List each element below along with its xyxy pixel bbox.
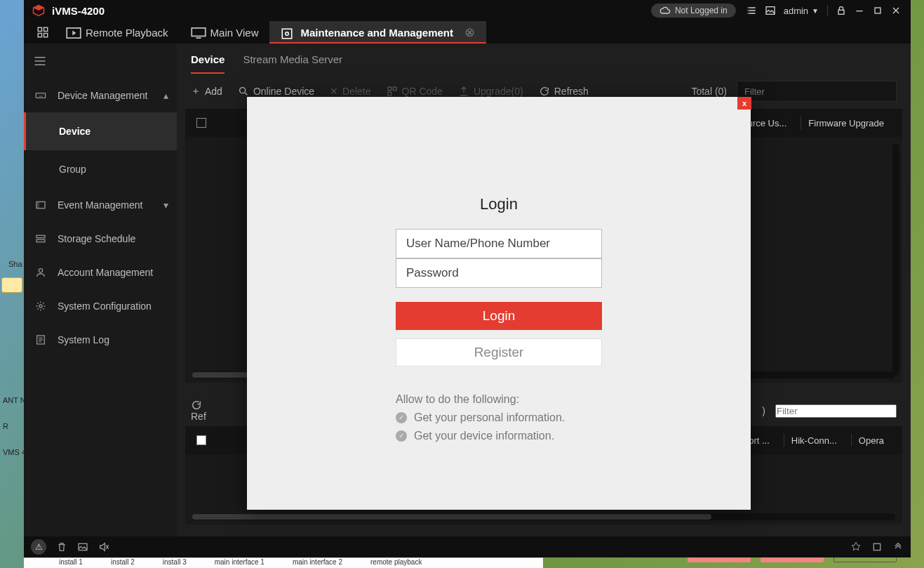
- horizontal-scrollbar[interactable]: [192, 513, 895, 520]
- bg-text-ant: ANT N: [3, 395, 26, 405]
- online-device-button[interactable]: Online Device: [238, 86, 314, 97]
- taskbar-item: main interface 1: [215, 558, 265, 566]
- upgrade-button[interactable]: Upgrade(0): [458, 86, 523, 97]
- tab-close-icon[interactable]: ⊗: [464, 26, 475, 39]
- mute-icon[interactable]: [98, 541, 109, 553]
- tab-maintenance-management[interactable]: Maintenance and Management ⊗: [269, 21, 486, 44]
- svg-point-22: [39, 269, 42, 272]
- check-icon: ✓: [396, 412, 407, 423]
- label: Upgrade(0): [474, 86, 523, 97]
- maximize-button[interactable]: [869, 0, 887, 21]
- column-firmware-upgrade[interactable]: Firmware Upgrade: [801, 117, 891, 129]
- sidebar: Device Management ▴ Device Group Event M…: [24, 44, 177, 536]
- alarm-icon[interactable]: ⚠: [31, 539, 46, 555]
- sidebar-item-label: Group: [59, 164, 86, 175]
- check-icon: ✓: [396, 430, 407, 442]
- total-count: Total (0): [691, 86, 727, 97]
- sidebar-item-label: Account Management: [58, 267, 153, 278]
- sidebar-item-device-management[interactable]: Device Management ▴: [24, 79, 177, 112]
- filter-input[interactable]: [737, 81, 897, 102]
- sidebar-item-account-management[interactable]: Account Management: [24, 256, 177, 289]
- window-icon[interactable]: [871, 541, 883, 553]
- svg-point-25: [240, 88, 246, 93]
- sidebar-sub-group[interactable]: Group: [24, 150, 177, 188]
- svg-rect-7: [875, 8, 881, 13]
- lock-icon[interactable]: [832, 0, 850, 21]
- subtab-device[interactable]: Device: [191, 53, 225, 74]
- sidebar-item-storage-schedule[interactable]: Storage Schedule: [24, 222, 177, 256]
- hamburger-toggle[interactable]: [24, 44, 177, 79]
- image-icon[interactable]: [761, 0, 779, 21]
- svg-marker-1: [34, 6, 44, 11]
- refresh-button[interactable]: Refresh: [539, 86, 589, 97]
- expand-icon[interactable]: [892, 541, 904, 553]
- picture-icon[interactable]: [77, 541, 88, 553]
- add-button[interactable]: ＋Add: [191, 85, 222, 98]
- svg-rect-30: [873, 543, 880, 550]
- tab-remote-playback[interactable]: Remote Playback: [55, 21, 180, 44]
- subtab-stream-media-server[interactable]: Stream Media Server: [243, 53, 342, 74]
- sidebar-sub-device[interactable]: Device: [24, 112, 177, 150]
- upload-icon: [458, 86, 469, 97]
- svg-rect-19: [36, 202, 39, 208]
- column-hik-connect[interactable]: Hik-Conn...: [784, 434, 844, 447]
- scrollbar-thumb[interactable]: [192, 514, 711, 520]
- os-taskbar-sliver: install 1 install 2 install 3 main inter…: [24, 557, 543, 568]
- close-button[interactable]: [887, 0, 905, 21]
- plus-icon: ＋: [191, 85, 201, 98]
- trash-icon[interactable]: [56, 541, 67, 553]
- minimize-button[interactable]: [850, 0, 869, 21]
- monitor-icon: [191, 27, 203, 37]
- svg-rect-8: [38, 27, 41, 31]
- sidebar-item-label: Event Management: [58, 199, 142, 211]
- titlebar: iVMS-4200 Not Logged in admin ▼: [24, 0, 911, 21]
- svg-point-3: [747, 10, 748, 11]
- tabstrip: Remote Playback Main View Maintenance an…: [24, 21, 911, 44]
- person-icon: [34, 267, 48, 278]
- svg-rect-17: [36, 93, 45, 98]
- maintenance-icon: [281, 27, 293, 37]
- bg-text-vms4: VMS 4: [3, 447, 26, 457]
- svg-rect-15: [283, 29, 293, 39]
- storage-icon: [34, 233, 48, 244]
- control-panel-icon[interactable]: [31, 21, 55, 44]
- label: Add: [205, 86, 222, 97]
- login-button[interactable]: Login: [396, 302, 602, 330]
- delete-button[interactable]: ✕Delete: [330, 86, 370, 97]
- sidebar-item-system-configuration[interactable]: System Configuration: [24, 289, 177, 323]
- select-all-checkbox[interactable]: [196, 435, 206, 445]
- event-icon: [34, 199, 48, 211]
- refresh-every-button[interactable]: Ref: [191, 399, 206, 422]
- tab-main-view[interactable]: Main View: [180, 21, 270, 44]
- svg-marker-13: [72, 30, 76, 35]
- taskbar-item: main interface 2: [293, 558, 342, 566]
- filter-input-lower[interactable]: [775, 404, 897, 418]
- register-button[interactable]: Register: [396, 338, 602, 366]
- bg-folder-icon: [1, 277, 22, 293]
- sidebar-item-label: Storage Schedule: [58, 233, 135, 244]
- tab-label: Main View: [210, 27, 259, 39]
- admin-menu[interactable]: admin ▼: [784, 6, 819, 16]
- vertical-scrollbar[interactable]: [892, 144, 899, 376]
- username-input[interactable]: [396, 229, 602, 258]
- password-input[interactable]: [396, 258, 602, 288]
- app-window: iVMS-4200 Not Logged in admin ▼ Remote P…: [24, 0, 911, 557]
- sidebar-item-label: System Configuration: [58, 300, 152, 312]
- playback-icon: [66, 27, 79, 37]
- permissions-block: Allow to do the following: ✓Get your per…: [396, 390, 565, 445]
- select-all-checkbox[interactable]: [196, 118, 206, 128]
- svg-rect-26: [388, 87, 391, 91]
- modal-close-button[interactable]: x: [737, 97, 751, 110]
- list-icon[interactable]: [743, 0, 761, 21]
- pin-icon[interactable]: [850, 541, 862, 553]
- label: Delete: [342, 86, 370, 97]
- sidebar-item-event-management[interactable]: Event Management ▾: [24, 188, 177, 222]
- app-title: iVMS-4200: [52, 5, 105, 17]
- cloud-login-label: Not Logged in: [675, 6, 728, 15]
- qr-code-button[interactable]: QR Code: [387, 86, 443, 97]
- svg-rect-14: [192, 28, 206, 37]
- tab-label: Maintenance and Management: [300, 27, 453, 39]
- sidebar-item-system-log[interactable]: System Log: [24, 323, 177, 357]
- column-operation[interactable]: Opera: [851, 434, 891, 447]
- cloud-login-status[interactable]: Not Logged in: [651, 4, 736, 18]
